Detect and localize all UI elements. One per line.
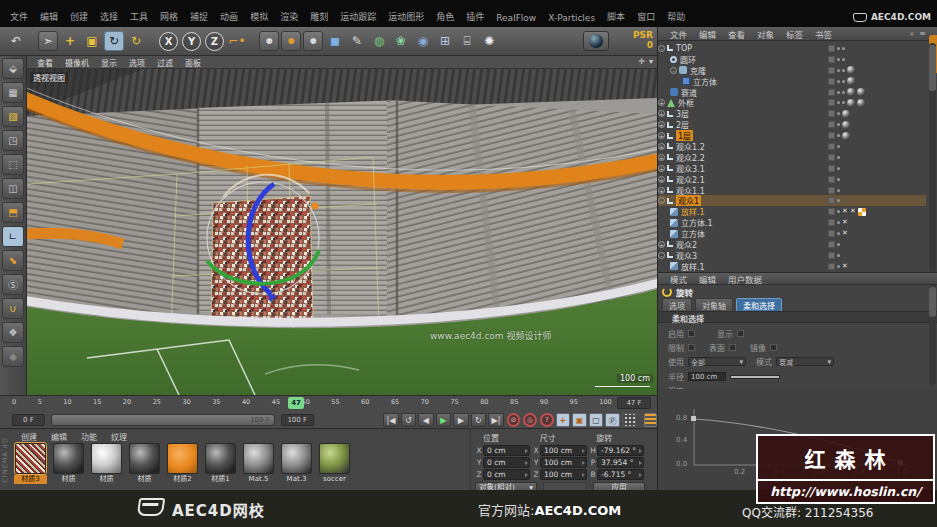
am-menu-userdata[interactable]: 用户数据: [722, 273, 768, 285]
soft-selection-section[interactable]: 柔和选择: [658, 311, 937, 323]
menu-select[interactable]: 选择: [94, 9, 124, 24]
material-swatch[interactable]: 材质: [52, 443, 85, 484]
autokey-icon[interactable]: ◎: [523, 413, 537, 427]
om-search-icon[interactable]: ⌕: [910, 29, 914, 39]
material-swatch-crowd[interactable]: 材质3: [14, 443, 47, 484]
menu-animate[interactable]: 动画: [214, 9, 244, 24]
menu-script[interactable]: 脚本: [601, 9, 631, 24]
tree-row-audience3[interactable]: -观众3: [658, 250, 926, 261]
mat-menu-edit[interactable]: 编辑: [44, 431, 74, 442]
rot-h-field[interactable]: -79.162 °: [597, 445, 644, 456]
vp-menu-options[interactable]: 选项: [123, 57, 151, 68]
vp-menu-view[interactable]: 查看: [31, 57, 59, 68]
tree-row-top[interactable]: -TOP: [658, 43, 926, 54]
tree-row-torus[interactable]: 圆环: [658, 54, 926, 65]
coordinate-system-icon[interactable]: ⌐•: [227, 31, 247, 51]
tree-row-cube[interactable]: 立方体: [658, 76, 926, 87]
tree-row-frame[interactable]: +外框: [658, 97, 926, 108]
menu-motion-tracker[interactable]: 运动跟踪: [334, 9, 382, 24]
menu-realflow[interactable]: RealFlow: [490, 12, 542, 24]
tree-row-loft2[interactable]: 放样.1✕: [658, 261, 926, 272]
timeline-layout-icon[interactable]: [644, 413, 657, 427]
move-tool[interactable]: +: [60, 31, 80, 51]
limit-checkbox[interactable]: [688, 344, 695, 351]
menu-render[interactable]: 渲染: [274, 9, 304, 24]
vp-menu-panel[interactable]: 面板: [179, 57, 207, 68]
perspective-viewport[interactable]: [27, 56, 657, 395]
vp-menu-filter[interactable]: 过滤: [151, 57, 179, 68]
menu-create[interactable]: 创建: [64, 9, 94, 24]
timeline-range-slider[interactable]: 100 F: [51, 414, 275, 426]
vp-menu-display[interactable]: 显示: [95, 57, 123, 68]
tree-row-cube2[interactable]: 立方体✕: [658, 228, 926, 239]
menu-snap[interactable]: 捕捉: [184, 9, 214, 24]
object-manager-scroll-thumb[interactable]: [929, 45, 936, 91]
volume-button[interactable]: ◉: [413, 31, 433, 51]
size-x-field[interactable]: 100 cm: [540, 445, 587, 456]
mirror-checkbox[interactable]: [770, 344, 777, 351]
tree-row-audience21[interactable]: +观众2.1: [658, 174, 926, 185]
menu-tools[interactable]: 工具: [124, 9, 154, 24]
rot-b-field[interactable]: -6.715 °: [597, 469, 644, 480]
vp-axis-gizmo-icon[interactable]: ✛: [638, 57, 645, 66]
model-mode-icon[interactable]: ▦: [2, 82, 24, 103]
end-frame-field[interactable]: 100 F: [281, 414, 314, 426]
axis-mode-icon[interactable]: ∟: [2, 226, 24, 247]
pos-z-field[interactable]: 0 cm: [483, 469, 530, 480]
material-swatch-orange[interactable]: 材质2: [166, 443, 199, 484]
material-thumbnail[interactable]: [15, 443, 46, 474]
camera-button[interactable]: ⌸: [457, 31, 477, 51]
size-y-field[interactable]: 100 cm: [540, 457, 587, 468]
material-thumbnail[interactable]: [319, 443, 350, 474]
polygons-mode-icon[interactable]: ⬒: [2, 202, 24, 223]
pos-y-field[interactable]: 0 cm: [483, 457, 530, 468]
start-frame-field[interactable]: 0 F: [12, 414, 45, 426]
material-swatch[interactable]: Mat.5: [242, 443, 275, 484]
material-thumbnail[interactable]: [53, 443, 84, 474]
om-menu-objects[interactable]: 对象: [751, 28, 780, 40]
live-selection-tool[interactable]: ➣: [38, 31, 58, 51]
mat-menu-create[interactable]: 创建: [14, 431, 44, 442]
spline-pen-button[interactable]: ✎: [347, 31, 367, 51]
timeline-ruler[interactable]: 0510152025303540455055606570758085909510…: [12, 398, 612, 410]
radius-slider[interactable]: [730, 375, 780, 379]
play-icon[interactable]: ▶: [436, 413, 452, 427]
crowd-texture-plane[interactable]: [211, 196, 313, 322]
material-thumbnail[interactable]: [129, 443, 160, 474]
goto-end-icon[interactable]: ▶|: [488, 413, 504, 427]
locked-workplane-icon[interactable]: ◆: [2, 346, 24, 367]
material-swatch-soccer[interactable]: soccer: [318, 443, 351, 484]
z-axis-lock-button[interactable]: Z: [205, 32, 224, 51]
surface-checkbox[interactable]: [729, 344, 736, 351]
material-thumbnail[interactable]: [167, 443, 198, 474]
last-tool[interactable]: ↻: [126, 31, 146, 51]
tree-row-tier2[interactable]: +2层: [658, 119, 926, 130]
tree-row-cloner[interactable]: -克隆: [658, 65, 926, 76]
current-frame-field[interactable]: 47 F: [617, 397, 651, 409]
om-menu-file[interactable]: 文件: [664, 28, 693, 40]
gizmo-handle[interactable]: [312, 203, 319, 210]
rot-p-field[interactable]: 37.954 °: [597, 457, 644, 468]
material-swatch[interactable]: 材质: [90, 443, 123, 484]
tree-row-cube1[interactable]: 立方体.1✕: [658, 217, 926, 228]
rotate-tool[interactable]: ↻: [104, 31, 124, 51]
mode-dropdown[interactable]: 衰减▾: [776, 357, 834, 366]
x-axis-lock-button[interactable]: X: [159, 32, 178, 51]
keyframe-selection-icon[interactable]: ?: [540, 413, 554, 427]
timeline-playhead[interactable]: 47: [288, 397, 304, 409]
frame-back-icon[interactable]: ◀: [418, 413, 434, 427]
tree-row-tier1[interactable]: +1层: [658, 130, 926, 141]
tree-row-tier3[interactable]: +3层: [658, 108, 926, 119]
scene-objects-button-3[interactable]: ⚉: [303, 31, 323, 51]
mat-menu-function[interactable]: 功能: [74, 431, 104, 442]
material-thumbnail[interactable]: [91, 443, 122, 474]
tree-row-audience31[interactable]: +观众3.1: [658, 163, 926, 174]
menu-help[interactable]: 帮助: [661, 9, 691, 24]
material-swatch[interactable]: 材质1: [204, 443, 237, 484]
y-axis-lock-button[interactable]: Y: [182, 32, 201, 51]
menu-sculpt[interactable]: 雕刻: [304, 9, 334, 24]
points-mode-icon[interactable]: ⬚: [2, 154, 24, 175]
om-menu-bookmarks[interactable]: 书签: [809, 28, 838, 40]
play-reverse-icon[interactable]: ↺: [401, 413, 417, 427]
tree-row-audience12[interactable]: +观众1.2: [658, 141, 926, 152]
